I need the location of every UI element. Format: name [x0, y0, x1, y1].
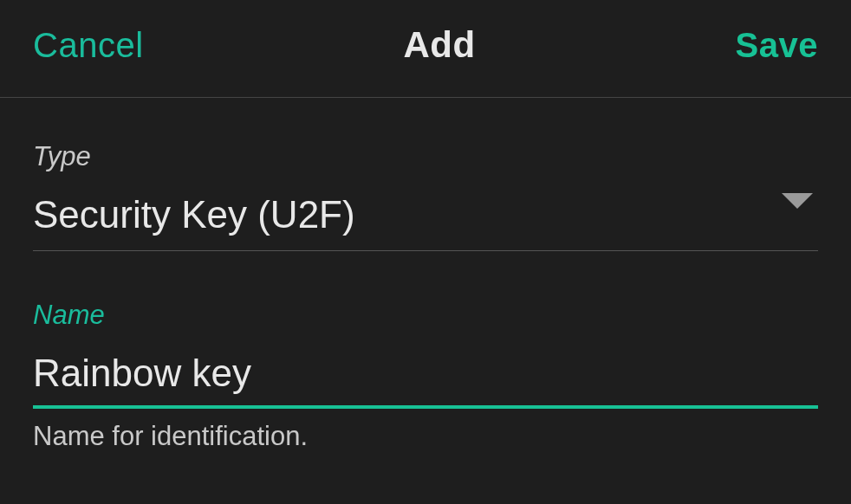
modal-header: Cancel Add Save: [0, 0, 851, 98]
save-button[interactable]: Save: [736, 26, 818, 65]
name-field-label: Name: [33, 300, 818, 331]
type-field-group: Type Security Key (U2F): [33, 141, 818, 251]
name-field-group: Name Name for identification.: [33, 300, 818, 452]
type-dropdown-value: Security Key (U2F): [33, 193, 355, 236]
cancel-button[interactable]: Cancel: [33, 26, 144, 65]
modal-title: Add: [403, 24, 475, 66]
chevron-down-icon: [782, 193, 813, 209]
modal-content: Type Security Key (U2F) Name Name for id…: [0, 98, 851, 452]
name-helper-text: Name for identification.: [33, 421, 818, 452]
name-input[interactable]: [33, 352, 818, 409]
type-field-label: Type: [33, 141, 818, 172]
type-dropdown[interactable]: Security Key (U2F): [33, 193, 818, 251]
